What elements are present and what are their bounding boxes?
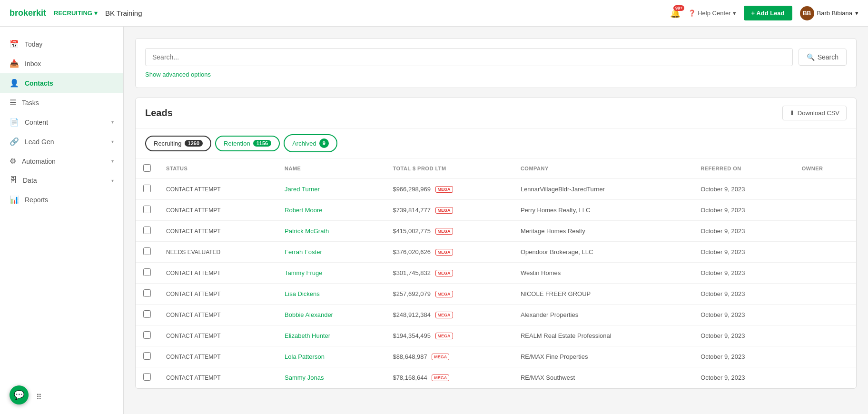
chat-widget[interactable]: 💬 [10, 385, 29, 404]
row-checkbox-1[interactable] [143, 206, 151, 213]
contacts-icon: 👤 [10, 79, 19, 88]
row-name[interactable]: Patrick McGrath [277, 221, 385, 242]
advanced-options-link[interactable]: Show advanced options [145, 71, 847, 78]
row-checkbox-8[interactable] [143, 352, 151, 360]
lead-name-link[interactable]: Ferrah Foster [285, 248, 322, 256]
grid-icon[interactable]: ⠿ [31, 389, 47, 404]
sidebar-item-automation[interactable]: ⚙ Automation ▾ [0, 151, 123, 171]
table-row: CONTACT ATTEMPT Lisa Dickens $257,692,07… [136, 284, 856, 305]
row-name[interactable]: Tammy Fruge [277, 263, 385, 284]
sidebar-item-contacts[interactable]: 👤 Contacts [0, 73, 123, 93]
row-name[interactable]: Lola Patterson [277, 346, 385, 367]
sidebar-label-automation: Automation [22, 158, 106, 165]
lead-name-link[interactable]: Bobbie Alexander [285, 311, 333, 318]
search-button[interactable]: 🔍 Search [799, 49, 847, 66]
row-checkbox-6[interactable] [143, 310, 151, 318]
notifications-button[interactable]: 🔔 99+ [670, 8, 681, 19]
row-referred-on: October 9, 2023 [693, 200, 794, 221]
tab-retention[interactable]: Retention 1156 [215, 136, 280, 151]
data-icon: 🗄 [10, 176, 17, 185]
sidebar-item-content[interactable]: 📄 Content ▾ [0, 112, 123, 132]
th-select-all [136, 158, 158, 179]
leads-header: Leads ⬇ Download CSV [136, 98, 856, 128]
row-checkbox-9[interactable] [143, 373, 151, 381]
row-name[interactable]: Sammy Jonas [277, 367, 385, 388]
sidebar-item-inbox[interactable]: 📥 Inbox [0, 54, 123, 73]
sidebar-item-tasks[interactable]: ☰ Tasks [0, 93, 123, 112]
module-selector[interactable]: RECRUITING ▾ [54, 10, 98, 17]
search-input[interactable] [145, 48, 793, 66]
tab-recruiting-label: Recruiting [154, 140, 182, 147]
row-name[interactable]: Ferrah Foster [277, 242, 385, 263]
leads-section: Leads ⬇ Download CSV Recruiting 1260 Ret… [135, 98, 857, 389]
table-header: STATUS NAME TOTAL $ PROD LTM COMPANY REF… [136, 158, 856, 179]
row-checkbox-7[interactable] [143, 331, 151, 339]
mega-badge: MEGA [435, 333, 453, 339]
download-csv-button[interactable]: ⬇ Download CSV [782, 106, 847, 120]
leads-title: Leads [145, 108, 173, 118]
sidebar-label-reports: Reports [25, 196, 114, 204]
sidebar-label-today: Today [25, 40, 114, 48]
download-csv-label: Download CSV [798, 109, 839, 117]
table-row: CONTACT ATTEMPT Jared Turner $966,298,96… [136, 179, 856, 200]
sidebar-label-lead-gen: Lead Gen [25, 138, 106, 146]
sidebar-item-reports[interactable]: 📊 Reports [0, 190, 123, 209]
row-status: CONTACT ATTEMPT [158, 346, 277, 367]
lead-name-link[interactable]: Lisa Dickens [285, 290, 320, 297]
lead-name-link[interactable]: Elizabeth Hunter [285, 332, 330, 339]
row-checkbox-cell [136, 284, 158, 305]
inbox-icon: 📥 [10, 59, 19, 68]
lead-name-link[interactable]: Jared Turner [285, 186, 320, 193]
lead-name-link[interactable]: Robert Moore [285, 207, 322, 214]
row-status: NEEDS EVALUATED [158, 242, 277, 263]
row-checkbox-cell [136, 346, 158, 367]
row-name[interactable]: Lisa Dickens [277, 284, 385, 305]
navbar-right: 🔔 99+ ❓ Help Center ▾ + Add Lead BB Barb… [670, 6, 858, 20]
sidebar: 📅 Today 📥 Inbox 👤 Contacts ☰ Tasks 📄 Con… [0, 27, 124, 414]
lead-name-link[interactable]: Patrick McGrath [285, 227, 329, 235]
row-owner [794, 221, 856, 242]
row-company: Westin Homes [513, 263, 693, 284]
row-company: REALM Real Estate Professional [513, 325, 693, 346]
sidebar-item-lead-gen[interactable]: 🔗 Lead Gen ▾ [0, 132, 123, 151]
chevron-down-icon: ▾ [111, 139, 114, 144]
sidebar-item-data[interactable]: 🗄 Data ▾ [0, 171, 123, 190]
row-checkbox-4[interactable] [143, 268, 151, 276]
row-owner [794, 263, 856, 284]
lead-name-link[interactable]: Tammy Fruge [285, 269, 322, 276]
row-checkbox-cell [136, 200, 158, 221]
help-center-button[interactable]: ❓ Help Center ▾ [688, 10, 736, 17]
row-checkbox-2[interactable] [143, 227, 151, 234]
row-checkbox-0[interactable] [143, 185, 151, 192]
tab-archived-count: 9 [319, 138, 329, 148]
row-referred-on: October 9, 2023 [693, 346, 794, 367]
tab-archived[interactable]: Archived 9 [284, 134, 337, 152]
tab-recruiting[interactable]: Recruiting 1260 [145, 136, 211, 151]
row-name[interactable]: Jared Turner [277, 179, 385, 200]
table-row: CONTACT ATTEMPT Lola Patterson $88,648,9… [136, 346, 856, 367]
table-row: CONTACT ATTEMPT Patrick McGrath $415,002… [136, 221, 856, 242]
user-menu-button[interactable]: BB Barb Bibiana ▾ [800, 6, 858, 20]
row-total-prod: $194,354,495 MEGA [385, 325, 513, 346]
row-owner [794, 284, 856, 305]
row-checkbox-5[interactable] [143, 289, 151, 297]
sidebar-item-today[interactable]: 📅 Today [0, 34, 123, 54]
th-total-prod: TOTAL $ PROD LTM [385, 158, 513, 179]
row-name[interactable]: Elizabeth Hunter [277, 325, 385, 346]
search-bar: 🔍 Search Show advanced options [135, 38, 857, 88]
tabs-row: Recruiting 1260 Retention 1156 Archived … [136, 128, 856, 158]
row-status: CONTACT ATTEMPT [158, 284, 277, 305]
reports-icon: 📊 [10, 195, 19, 204]
chevron-down-icon: ▾ [733, 10, 736, 17]
row-checkbox-cell [136, 367, 158, 388]
lead-name-link[interactable]: Sammy Jonas [285, 374, 324, 381]
lead-name-link[interactable]: Lola Patterson [285, 353, 325, 360]
row-owner [794, 325, 856, 346]
row-name[interactable]: Robert Moore [277, 200, 385, 221]
add-lead-button[interactable]: + Add Lead [744, 6, 792, 20]
row-company: Perry Homes Realty, LLC [513, 200, 693, 221]
select-all-checkbox[interactable] [143, 164, 151, 172]
row-name[interactable]: Bobbie Alexander [277, 305, 385, 325]
row-checkbox-3[interactable] [143, 247, 151, 255]
row-total-prod: $739,814,777 MEGA [385, 200, 513, 221]
